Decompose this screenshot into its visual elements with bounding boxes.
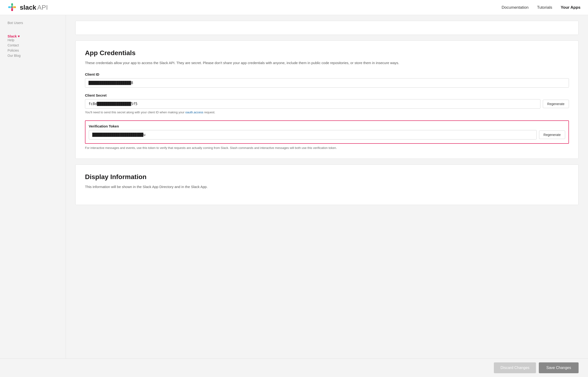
- client-secret-input[interactable]: [85, 99, 541, 109]
- svg-rect-7: [11, 7, 13, 10]
- display-information-title: Display Information: [85, 173, 569, 181]
- main-content: App Credentials These credentials allow …: [66, 15, 588, 377]
- sidebar-contact-link[interactable]: Contact: [8, 43, 58, 47]
- client-secret-regenerate-button[interactable]: Regenerate: [543, 100, 569, 108]
- sidebar-item-bot-users[interactable]: Bot Users: [8, 21, 58, 25]
- nav-documentation[interactable]: Documentation: [502, 5, 528, 10]
- client-secret-group: Client Secret Regenerate You'll need to …: [85, 93, 569, 115]
- client-id-row: [85, 78, 569, 88]
- app-credentials-title: App Credentials: [85, 49, 569, 57]
- app-credentials-desc: These credentials allow your app to acce…: [85, 60, 569, 66]
- oauth-access-link[interactable]: oauth.access: [185, 110, 203, 114]
- header-nav: Documentation Tutorials Your Apps: [502, 5, 580, 10]
- save-changes-button[interactable]: Save Changes: [539, 362, 578, 373]
- layout: Bot Users Slack ♥ Help Contact Policies …: [0, 15, 588, 377]
- verification-token-highlight-box: Verification Token Regenerate: [85, 120, 569, 144]
- nav-tutorials[interactable]: Tutorials: [537, 5, 552, 10]
- sidebar-footer: Slack ♥ Help Contact Policies Our Blog: [8, 34, 58, 58]
- sidebar-policies-link[interactable]: Policies: [8, 48, 58, 52]
- display-information-desc: This information will be shown in the Sl…: [85, 184, 569, 190]
- sidebar-blog-link[interactable]: Our Blog: [8, 54, 58, 58]
- client-secret-hint: You'll need to send this secret along wi…: [85, 110, 569, 115]
- logo-area: slack API: [8, 3, 48, 12]
- svg-rect-1: [11, 3, 13, 5]
- verification-token-regenerate-button[interactable]: Regenerate: [539, 130, 565, 139]
- verification-token-hint: For interactive messages and events, use…: [85, 146, 569, 150]
- app-credentials-card: App Credentials These credentials allow …: [75, 41, 578, 159]
- verification-token-row: Regenerate: [89, 130, 565, 140]
- discard-changes-button[interactable]: Discard Changes: [494, 362, 536, 373]
- bot-users-card-bottom: [75, 21, 578, 35]
- client-secret-row: Regenerate: [85, 99, 569, 109]
- verification-token-input[interactable]: [89, 130, 537, 140]
- sidebar-slack-link[interactable]: Slack ♥: [8, 34, 20, 38]
- verification-token-label: Verification Token: [89, 124, 565, 128]
- sidebar: Bot Users Slack ♥ Help Contact Policies …: [0, 15, 66, 377]
- nav-your-apps[interactable]: Your Apps: [561, 5, 580, 10]
- client-id-group: Client ID: [85, 72, 569, 88]
- client-secret-label: Client Secret: [85, 93, 569, 97]
- svg-rect-0: [8, 6, 10, 8]
- sidebar-help-link[interactable]: Help: [8, 38, 58, 42]
- client-id-input[interactable]: [85, 78, 569, 88]
- display-information-card: Display Information This information wil…: [75, 165, 578, 205]
- footer-bar: Discard Changes Save Changes: [0, 358, 588, 377]
- header: slack API Documentation Tutorials Your A…: [0, 0, 588, 15]
- client-id-label: Client ID: [85, 72, 569, 76]
- logo-text: slack API: [20, 4, 48, 11]
- slack-logo-icon: [8, 3, 17, 12]
